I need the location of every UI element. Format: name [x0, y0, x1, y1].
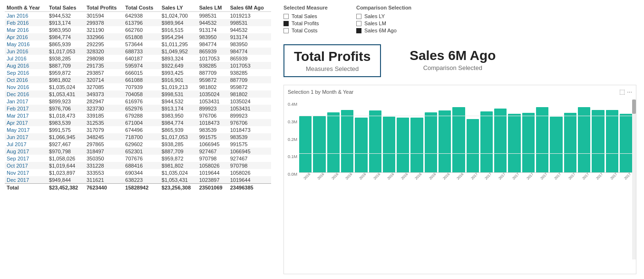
table-cell: 297865	[85, 140, 123, 148]
table-cell: 573644	[123, 40, 160, 48]
bar	[508, 114, 520, 172]
bar-column[interactable]	[467, 97, 479, 172]
table-cell: $949,844	[47, 176, 85, 184]
table-cell: 913174	[197, 26, 228, 33]
bar-column[interactable]	[299, 97, 312, 172]
bar-column[interactable]	[620, 97, 632, 172]
table-cell: Aug 2016	[5, 62, 47, 69]
legend-item[interactable]: Sales LY	[356, 13, 411, 19]
bar-column[interactable]	[313, 97, 325, 172]
table-cell: 981802	[228, 90, 271, 98]
table-cell: 998531	[228, 19, 271, 26]
table-cell: 1019644	[197, 169, 228, 176]
table-cell: 704058	[123, 90, 160, 98]
table-total-cell: 15828942	[123, 184, 160, 191]
legend-checkbox[interactable]	[283, 14, 289, 19]
table-cell: 887709	[197, 69, 228, 76]
legend-item[interactable]: Sales LM	[356, 20, 411, 26]
measure-card-title: Total Profits	[294, 49, 371, 64]
table-cell: 666015	[123, 69, 160, 76]
table-cell: 1019644	[228, 176, 271, 184]
table-row: Mar 2017$1,018,473339185679288$983,95097…	[5, 112, 271, 119]
table-cell: $944,532	[47, 12, 85, 20]
bar-column[interactable]	[550, 97, 562, 172]
y-axis-label: 0.0M	[288, 172, 297, 177]
bar-column[interactable]	[494, 97, 507, 172]
bar-column[interactable]	[327, 97, 340, 172]
table-cell: $1,019,644	[47, 162, 85, 169]
bar-column[interactable]	[592, 97, 604, 172]
legend-item[interactable]: Total Profits	[283, 20, 328, 26]
legend-checkbox[interactable]	[356, 14, 361, 19]
bar-column[interactable]	[452, 97, 465, 172]
table-cell: 348245	[85, 133, 123, 140]
table-cell: 983950	[197, 33, 228, 40]
legend-item[interactable]: Sales 6M Ago	[356, 28, 411, 33]
bar-column[interactable]	[564, 97, 576, 172]
table-header: Total Costs	[123, 4, 160, 12]
bar-column[interactable]	[508, 97, 520, 172]
selected-measure-legend: Selected Measure Total SalesTotal Profit…	[283, 5, 328, 35]
table-cell: 899923	[228, 112, 271, 119]
table-cell: $991,575	[47, 126, 85, 133]
table-row: Oct 2016$981,802320714661088$916,9019598…	[5, 76, 271, 83]
table-cell: $984,774	[160, 119, 197, 126]
table-cell: 959872	[197, 76, 228, 83]
measure-card[interactable]: Total Profits Measures Selected	[283, 44, 381, 77]
table-header: Sales LY	[160, 4, 197, 12]
table-cell: Oct 2017	[5, 162, 47, 169]
bar-column[interactable]	[536, 97, 548, 172]
bar	[410, 118, 423, 172]
table-cell: 317079	[85, 126, 123, 133]
bar-column[interactable]	[578, 97, 590, 172]
legend-checkbox[interactable]	[356, 28, 361, 33]
table-cell: 282947	[85, 98, 123, 105]
y-axis-label: 0.3M	[288, 120, 297, 124]
table-row: Aug 2016$887,709291735595974$922,6499382…	[5, 62, 271, 69]
table-cell: 298098	[85, 55, 123, 62]
table-header: Month & Year	[5, 4, 47, 12]
table-cell: Sep 2016	[5, 69, 47, 76]
chart-title: Selection 1 by Month & Year	[288, 89, 353, 95]
table-row: Jul 2017$927,467297865629602$938,2851066…	[5, 140, 271, 148]
bar-column[interactable]	[522, 97, 535, 172]
legend-checkbox[interactable]	[356, 21, 361, 26]
scrollbar-thumb[interactable]	[632, 100, 636, 114]
table-cell: $976,706	[47, 105, 85, 112]
x-labels: 2016201620162016201620162016201620162016…	[299, 174, 632, 185]
bar-column[interactable]	[439, 97, 451, 172]
table-cell: 674496	[123, 126, 160, 133]
table-cell: 1023897	[197, 176, 228, 184]
bar-column[interactable]	[480, 97, 493, 172]
legend-checkbox[interactable]	[283, 21, 289, 26]
bar-column[interactable]	[383, 97, 395, 172]
scrollbar[interactable]	[632, 100, 636, 259]
table-cell: $1,024,700	[160, 12, 197, 20]
bar-column[interactable]	[341, 97, 353, 172]
bar-column[interactable]	[606, 97, 618, 172]
legend-item[interactable]: Total Costs	[283, 28, 328, 33]
table-cell: $970,798	[47, 148, 85, 155]
table-row: Sep 2017$1,058,026350350707676$959,87297…	[5, 155, 271, 162]
bar-column[interactable]	[410, 97, 423, 172]
bar-column[interactable]	[425, 97, 437, 172]
bar	[522, 113, 535, 172]
legend-item[interactable]: Total Sales	[283, 13, 328, 19]
table-cell: 1053431	[197, 98, 228, 105]
legend-checkbox[interactable]	[283, 28, 289, 33]
y-axis-label: 0.2M	[288, 137, 297, 142]
table-cell: 629602	[123, 140, 160, 148]
more-options-icon[interactable]: ···	[627, 88, 632, 95]
bar-column[interactable]	[397, 97, 409, 172]
legend-label: Sales 6M Ago	[364, 28, 397, 33]
bar-column[interactable]	[355, 97, 367, 172]
bar-column[interactable]	[369, 97, 381, 172]
bar	[550, 117, 562, 172]
table-cell: $981,802	[47, 76, 85, 83]
table-cell: $913,174	[160, 105, 197, 112]
table-cell: 970798	[228, 162, 271, 169]
comparison-card: Sales 6M Ago Comparison Selected	[400, 44, 505, 77]
table-cell: 899923	[197, 105, 228, 112]
table-cell: Sep 2017	[5, 155, 47, 162]
y-axis-label: 0.1M	[288, 154, 297, 159]
